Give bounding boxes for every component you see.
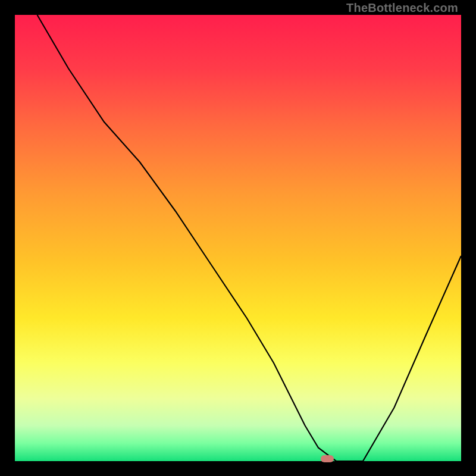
watermark-text: TheBottleneck.com	[346, 1, 458, 15]
bottleneck-curve	[37, 15, 462, 461]
curve-layer	[15, 15, 461, 461]
plot-area	[15, 15, 461, 461]
chart-stage: TheBottleneck.com	[0, 0, 476, 476]
